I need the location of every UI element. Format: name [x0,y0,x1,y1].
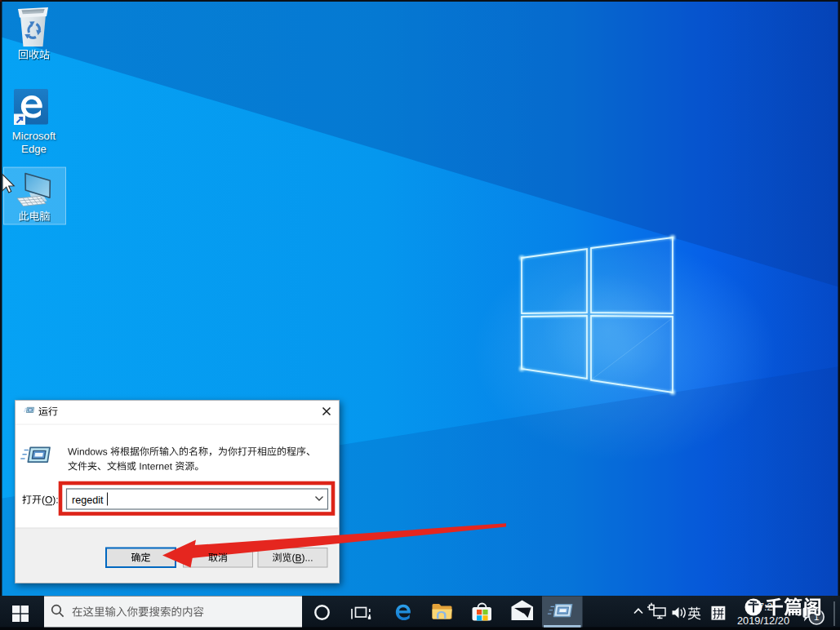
svg-text:2019/12/20: 2019/12/20 [737,614,789,627]
svg-text:Microsoft: Microsoft [12,130,56,142]
svg-text:Edge: Edge [21,143,47,155]
svg-text:regedit: regedit [72,495,104,506]
